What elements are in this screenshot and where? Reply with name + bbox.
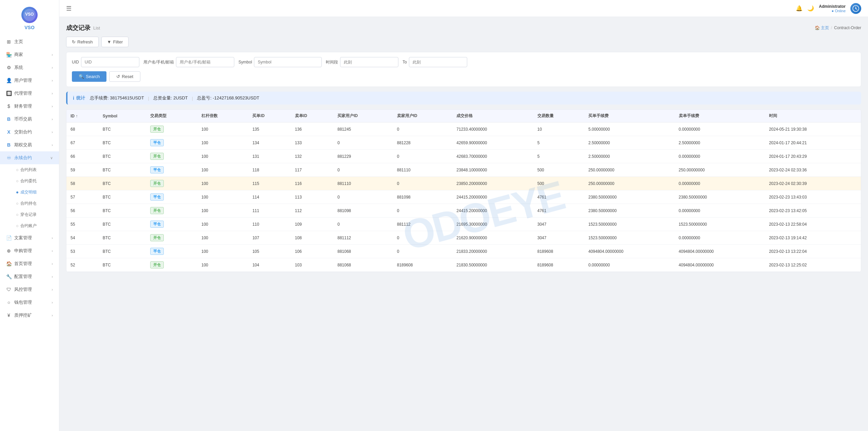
sub-item-trade-detail[interactable]: 成交明细 [10, 187, 59, 198]
sub-item-contract-list[interactable]: 合约列表 [10, 164, 59, 175]
cell-buy-user: 881229 [333, 150, 393, 163]
cell-leverage: 100 [197, 123, 248, 136]
cell-buy-fee: 2.50000000 [584, 136, 674, 150]
notification-icon[interactable]: 🔔 [796, 5, 803, 12]
table-row[interactable]: 67 BTC 平仓 100 134 133 0 881228 42659.900… [66, 136, 861, 150]
col-time: 时间 [765, 110, 861, 123]
content-area: 成交记录 List 🏠 主页 / Contract-Order ↻ Refres… [59, 17, 868, 431]
theme-icon[interactable]: 🌙 [807, 5, 814, 12]
table-row[interactable]: 52 BTC 开仓 100 104 103 881068 8189608 218… [66, 258, 861, 272]
cell-type: 平仓 [146, 245, 197, 258]
cell-symbol: BTC [99, 123, 146, 136]
filter-button[interactable]: ▼ Filter [101, 37, 129, 47]
user-input[interactable] [176, 57, 234, 67]
cell-buy-user: 881112 [333, 231, 393, 245]
cell-type: 平仓 [146, 190, 197, 204]
cell-sell-user: 881110 [393, 163, 453, 177]
chevron-icon: › [52, 104, 53, 108]
sub-item-liquidation[interactable]: 穿仓记录 [10, 209, 59, 220]
breadcrumb-home[interactable]: 🏠 主页 [815, 25, 829, 31]
chevron-icon: › [52, 53, 53, 57]
table-row[interactable]: 68 BTC 开仓 100 135 136 881245 0 71233.400… [66, 123, 861, 136]
sidebar-item-options[interactable]: B期权交易 › [0, 138, 59, 151]
sub-item-contract-hold[interactable]: 合约持仓 [10, 198, 59, 209]
sidebar-item-system[interactable]: ⚙系统 › [0, 61, 59, 74]
sidebar-item-subscribe[interactable]: ⊕申购管理 › [0, 244, 59, 257]
sidebar-item-wallet[interactable]: ○钱包管理 › [0, 296, 59, 309]
table-row[interactable]: 58 BTC 开仓 100 115 116 881110 0 23850.200… [66, 177, 861, 190]
time-from-input[interactable] [340, 57, 398, 67]
type-badge: 开仓 [150, 126, 164, 133]
cell-type: 开仓 [146, 204, 197, 218]
time-label: 时间段 [326, 59, 338, 65]
cell-buy-user: 0 [333, 136, 393, 150]
table-row[interactable]: 59 BTC 平仓 100 118 117 0 881110 23848.100… [66, 163, 861, 177]
sidebar-item-perpetual[interactable]: ♾永续合约 ∨ [0, 151, 59, 164]
type-badge: 开仓 [150, 261, 164, 268]
uid-input[interactable] [81, 57, 139, 67]
sub-item-contract-account[interactable]: 合约账户 [10, 220, 59, 231]
cell-sell-id: 136 [291, 123, 333, 136]
cell-id: 58 [66, 177, 99, 190]
type-badge: 开仓 [150, 180, 164, 187]
chevron-icon: › [52, 130, 53, 134]
cell-leverage: 100 [197, 258, 248, 272]
filter-icon: ▼ [107, 39, 112, 44]
sidebar-item-finance[interactable]: $财务管理 › [0, 100, 59, 113]
sidebar-item-merchant[interactable]: 🏪商家 › [0, 48, 59, 61]
page-subtitle: List [93, 25, 100, 31]
type-badge: 开仓 [150, 234, 164, 241]
cell-sell-user: 8189608 [393, 258, 453, 272]
search-fields: UID 用户名/手机/邮箱 Symbol 时间段 To [72, 57, 855, 67]
svg-point-3 [855, 8, 856, 9]
type-badge: 开仓 [150, 153, 164, 160]
time-to-input[interactable] [409, 57, 467, 67]
table-row[interactable]: 53 BTC 平仓 100 105 106 881068 0 21833.200… [66, 245, 861, 258]
cell-sell-id: 132 [291, 150, 333, 163]
search-actions: 🔍 Search ↺ Reset [72, 71, 855, 82]
cell-qty: 8189608 [533, 258, 584, 272]
sidebar-item-homepage[interactable]: 🏠首页管理 › [0, 257, 59, 270]
cell-sell-fee: 0.00000000 [675, 123, 765, 136]
sidebar-nav: ⊞主页 🏪商家 › ⚙系统 › 👤用户管理 › 🔲代理管理 › $财务管理 › … [0, 35, 59, 322]
table-row[interactable]: 57 BTC 平仓 100 114 113 0 881098 24415.200… [66, 190, 861, 204]
admin-status: ● Online [832, 9, 846, 13]
stats-title: 统计 [76, 95, 85, 101]
sidebar-item-spot-trade[interactable]: B币币交易 › [0, 113, 59, 126]
table-row[interactable]: 54 BTC 开仓 100 107 108 881112 0 21620.900… [66, 231, 861, 245]
sidebar-item-home[interactable]: ⊞主页 [0, 35, 59, 48]
col-sell-id: 卖单ID [291, 110, 333, 123]
symbol-input[interactable] [254, 57, 322, 67]
sidebar-item-delivery[interactable]: X交割合约 › [0, 126, 59, 138]
table-row[interactable]: 66 BTC 开仓 100 131 132 881229 0 42683.700… [66, 150, 861, 163]
cell-buy-user: 881068 [333, 245, 393, 258]
cell-sell-fee: 2.50000000 [675, 136, 765, 150]
search-button[interactable]: 🔍 Search [72, 71, 106, 82]
sidebar-item-user-management[interactable]: 👤用户管理 › [0, 74, 59, 87]
cell-buy-id: 110 [248, 218, 291, 231]
stats-icon: i [73, 95, 74, 101]
hamburger-button[interactable]: ☰ [66, 5, 72, 12]
sidebar-item-mining[interactable]: ¥质押挖矿 › [0, 309, 59, 322]
cell-id: 52 [66, 258, 99, 272]
cell-leverage: 100 [197, 163, 248, 177]
sidebar-item-risk[interactable]: 🛡风控管理 › [0, 283, 59, 296]
table-row[interactable]: 56 BTC 开仓 100 111 112 881098 0 24415.200… [66, 204, 861, 218]
sidebar-item-config[interactable]: 🔧配置管理 › [0, 270, 59, 283]
table-row[interactable]: 55 BTC 平仓 100 110 109 0 881112 21695.300… [66, 218, 861, 231]
refresh-button[interactable]: ↻ Refresh [66, 37, 99, 47]
chevron-icon: › [52, 313, 53, 317]
sub-item-contract-delegate[interactable]: 合约委托 [10, 175, 59, 187]
cell-sell-id: 109 [291, 218, 333, 231]
chevron-icon: › [52, 236, 53, 240]
sidebar-item-agent[interactable]: 🔲代理管理 › [0, 87, 59, 100]
cell-qty: 4761 [533, 190, 584, 204]
reset-button[interactable]: ↺ Reset [109, 71, 140, 82]
type-badge: 开仓 [150, 207, 164, 214]
admin-avatar[interactable] [850, 3, 861, 14]
sidebar-item-content[interactable]: 📄文案管理 › [0, 231, 59, 244]
chevron-icon: › [52, 78, 53, 82]
cell-leverage: 100 [197, 231, 248, 245]
cell-time: 2023-02-23 13:42:05 [765, 204, 861, 218]
subscribe-icon: ⊕ [6, 248, 12, 254]
